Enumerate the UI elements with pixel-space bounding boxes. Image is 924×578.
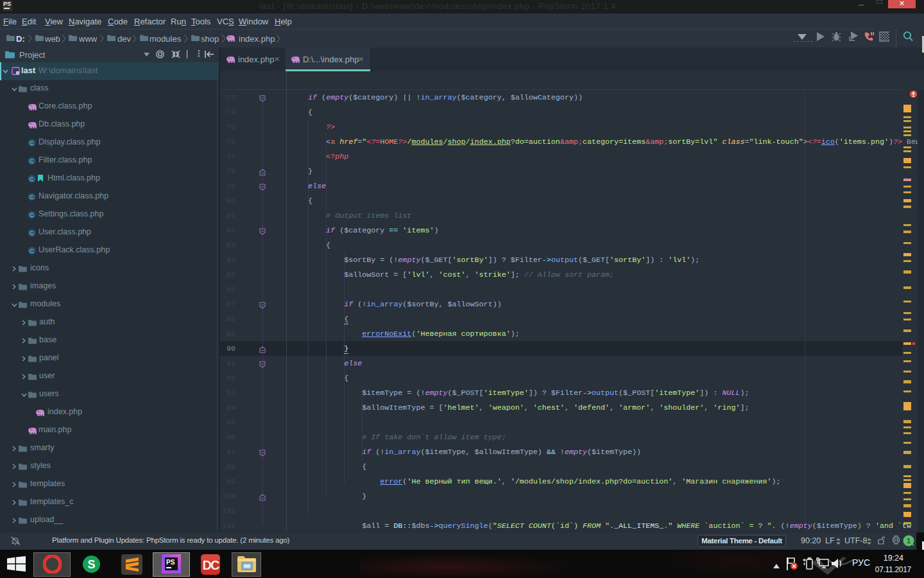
svg-text:S: S [87,558,95,571]
svg-text:C: C [30,140,34,146]
svg-text:PS: PS [166,559,175,566]
svg-text:C: C [30,176,34,182]
svg-text:C: C [30,248,34,254]
svg-text:DC: DC [203,558,219,572]
svg-text:C: C [30,212,34,218]
svg-text:C: C [30,194,34,200]
svg-text:1: 1 [907,537,911,545]
svg-text:C: C [30,158,34,164]
svg-text:C: C [30,230,34,236]
